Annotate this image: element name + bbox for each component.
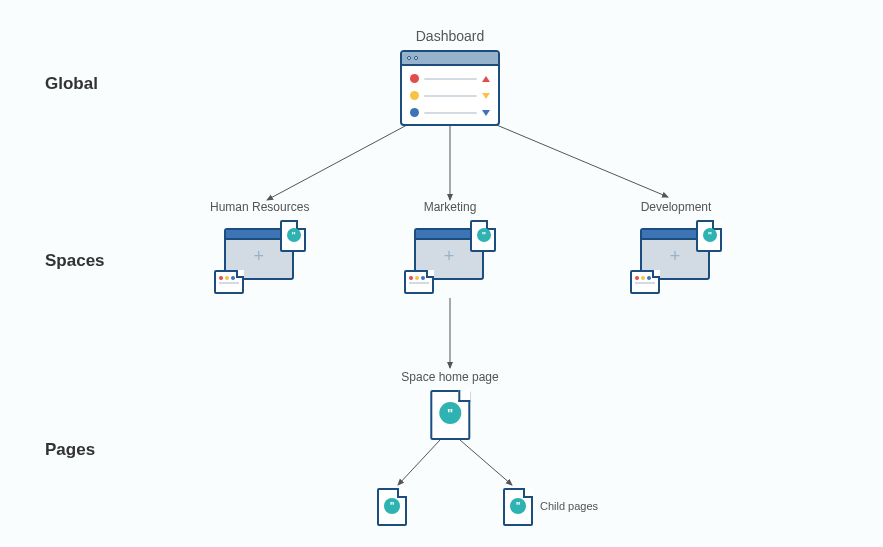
dashboard-window-icon (400, 50, 500, 126)
dashboard-row (410, 91, 490, 100)
document-icon (630, 270, 660, 294)
space-node-development: Development + " (630, 200, 722, 294)
plus-icon: + (444, 246, 455, 267)
child-page-node: " (377, 488, 407, 526)
space-icon: + " (404, 220, 496, 294)
quote-icon: " (510, 498, 526, 514)
document-icon: " (470, 220, 496, 252)
dot-icon (231, 276, 235, 280)
status-dot-icon (410, 74, 419, 83)
line-icon (409, 282, 429, 284)
line-icon (635, 282, 655, 284)
line-icon (424, 95, 477, 97)
child-pages-label: Child pages (540, 500, 598, 512)
dashboard-row (410, 74, 490, 83)
window-dot-icon (407, 56, 411, 60)
plus-icon: + (670, 246, 681, 267)
quote-icon: " (477, 228, 491, 242)
tier-label-pages: Pages (45, 440, 95, 460)
space-home-page-node: Space home page " (401, 370, 498, 440)
document-icon (214, 270, 244, 294)
child-page-node: " (503, 488, 533, 526)
dot-icon (641, 276, 645, 280)
dot-icon (409, 276, 413, 280)
space-label: Marketing (404, 200, 496, 214)
dot-icon (635, 276, 639, 280)
plus-icon: + (253, 246, 264, 267)
dashboard-node: Dashboard (400, 28, 500, 126)
quote-icon: " (439, 402, 461, 424)
triangle-up-icon (482, 76, 490, 82)
space-icon: + " (630, 220, 722, 294)
line-icon (424, 112, 477, 114)
space-label: Development (630, 200, 722, 214)
dot-icon (421, 276, 425, 280)
line-icon (219, 282, 239, 284)
dot-icon (415, 276, 419, 280)
tier-label-spaces: Spaces (45, 251, 105, 271)
dot-icon (225, 276, 229, 280)
page-document-icon: " (430, 390, 470, 440)
page-document-icon: " (377, 488, 407, 526)
triangle-down-icon (482, 93, 490, 99)
quote-icon: " (287, 228, 301, 242)
quote-icon: " (384, 498, 400, 514)
triangle-down-icon (482, 110, 490, 116)
dashboard-body (402, 66, 498, 125)
dot-icon (219, 276, 223, 280)
status-dot-icon (410, 91, 419, 100)
document-icon: " (280, 220, 306, 252)
quote-icon: " (703, 228, 717, 242)
space-label: Human Resources (210, 200, 309, 214)
space-icon: + " (214, 220, 306, 294)
page-document-icon: " (503, 488, 533, 526)
space-node-marketing: Marketing + " (404, 200, 496, 294)
window-dot-icon (414, 56, 418, 60)
dashboard-row (410, 108, 490, 117)
status-dot-icon (410, 108, 419, 117)
document-icon (404, 270, 434, 294)
dashboard-label: Dashboard (400, 28, 500, 44)
tier-label-global: Global (45, 74, 98, 94)
page-label: Space home page (401, 370, 498, 384)
window-titlebar-icon (402, 52, 498, 66)
line-icon (424, 78, 477, 80)
space-node-hr: Human Resources + " (210, 200, 309, 294)
document-icon: " (696, 220, 722, 252)
dot-icon (647, 276, 651, 280)
